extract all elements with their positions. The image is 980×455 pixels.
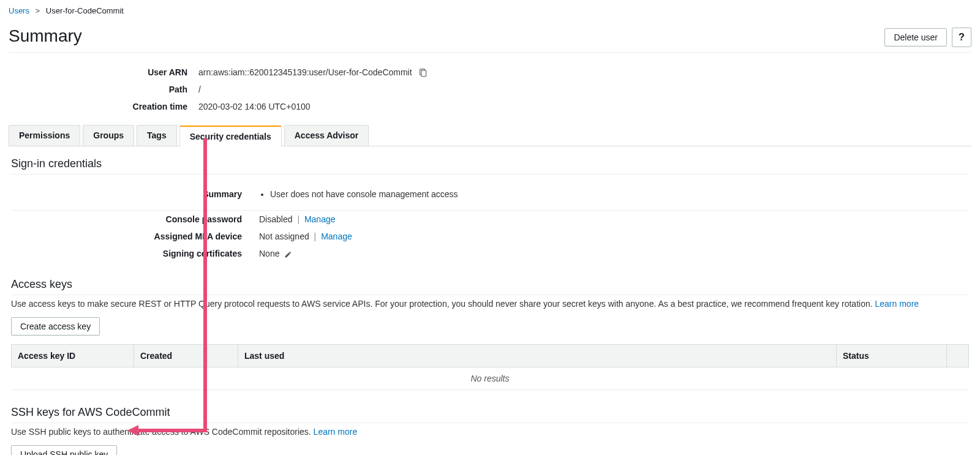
page-title: Summary [9,26,82,46]
copy-icon[interactable] [418,69,427,77]
pencil-icon[interactable] [284,250,292,258]
access-keys-learn-more-link[interactable]: Learn more [875,299,919,309]
summary-bullet: User does not have console management ac… [270,189,458,199]
mfa-value: Not assigned [259,231,309,241]
annotation-arrowhead-icon [127,425,138,436]
console-password-label: Console password [11,214,259,224]
ssh-learn-more-link[interactable]: Learn more [314,427,358,437]
path-label: Path [9,85,198,94]
signin-credentials-heading: Sign-in credentials [11,157,969,175]
creation-time-value: 2020-03-02 14:06 UTC+0100 [198,102,311,111]
help-icon: ? [959,32,965,43]
mfa-label: Assigned MFA device [11,231,259,241]
creation-time-label: Creation time [9,102,198,111]
help-button[interactable]: ? [952,28,971,47]
tab-groups[interactable]: Groups [83,125,134,146]
console-password-value: Disabled [259,214,292,224]
breadcrumb-users-link[interactable]: Users [9,6,29,15]
divider: | [314,231,317,241]
upload-ssh-public-key-button[interactable]: Upload SSH public key [11,445,117,455]
delete-user-button[interactable]: Delete user [884,28,947,47]
user-arn-label: User ARN [9,67,198,77]
tabs: Permissions Groups Tags Security credent… [9,125,971,146]
tab-security-credentials[interactable]: Security credentials [179,126,282,146]
access-keys-desc: Use access keys to make secure REST or H… [11,299,875,309]
col-actions [947,345,969,367]
col-access-key-id[interactable]: Access key ID [12,345,134,367]
signing-cert-label: Signing certificates [11,249,259,258]
breadcrumb-current: User-for-CodeCommit [46,6,124,15]
tab-access-advisor[interactable]: Access Advisor [284,125,369,146]
no-results-row: No results [12,367,969,390]
svg-rect-1 [421,70,426,77]
summary-label: Summary [11,189,259,199]
tab-tags[interactable]: Tags [137,125,177,146]
manage-mfa-link[interactable]: Manage [321,231,352,241]
col-status[interactable]: Status [837,345,947,367]
user-arn-value: arn:aws:iam::620012345139:user/User-for-… [198,67,412,77]
col-last-used[interactable]: Last used [238,345,837,367]
tab-permissions[interactable]: Permissions [9,125,80,146]
create-access-key-button[interactable]: Create access key [11,317,100,336]
ssh-desc: Use SSH public keys to authenticate acce… [11,427,314,437]
ssh-keys-heading: SSH keys for AWS CodeCommit [11,406,969,423]
breadcrumb-separator: > [36,6,40,15]
access-keys-heading: Access keys [11,278,969,295]
breadcrumb: Users > User-for-CodeCommit [9,6,971,15]
divider: | [297,214,300,224]
access-keys-table: Access key ID Created Last used Status N… [11,344,969,390]
manage-console-password-link[interactable]: Manage [304,214,336,224]
path-value: / [198,85,201,94]
col-created[interactable]: Created [134,345,238,367]
signing-cert-value: None [259,249,279,258]
